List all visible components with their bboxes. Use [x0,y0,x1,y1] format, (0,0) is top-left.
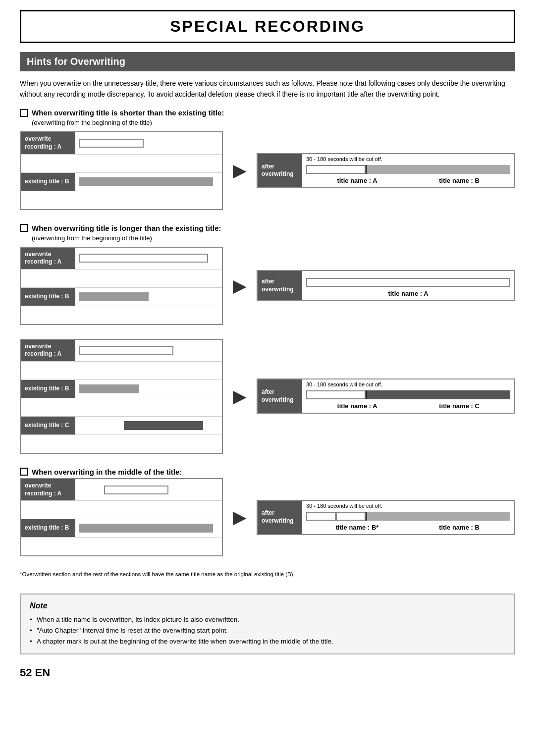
after-bars-2 [302,276,514,289]
content-overwrite-a-2 [75,248,222,269]
before-row-blank-6 [21,398,222,417]
subsection-shorter-subtitle: (overwriting from the beginning of the t… [32,119,515,126]
title-a-3: title name : A [306,402,408,410]
after-body-4: 30 - 180 seconds will be cut off. title … [302,501,514,534]
after-body-2: title name : A [302,271,514,300]
after-label-4: afteroverwriting [258,501,302,534]
after-spacer-2 [302,271,514,276]
before-row-overwrite-3: overwriterecording : A [21,340,222,362]
before-row-overwrite-4: overwriterecording : A [21,479,222,501]
before-row-existing-c: existing title : C [21,417,222,435]
bar-gray-4 [79,524,213,533]
content-overwrite-a-3 [75,340,222,361]
after-bar-gray-1 [367,165,510,174]
footnote: *Overwritten section and the rest of the… [20,570,515,579]
after-bar-full-2 [306,278,510,287]
before-row-blank-3 [21,270,222,288]
label-existing-b-3: existing title : B [21,380,75,398]
content-existing-b-1 [75,173,222,191]
blank-content-4 [75,306,222,324]
blank-content-6 [75,398,222,416]
label-overwrite-a-3: overwriterecording : A [21,340,75,361]
bar-gray-3 [79,384,139,393]
label-existing-b-1: existing title : B [21,173,75,191]
after-middle: afteroverwriting 30 - 180 seconds will b… [257,500,515,535]
bar-gray-2 [79,292,149,301]
before-row-overwrite: overwriterecording : A [21,132,222,154]
after-bar-dark-3 [367,390,510,399]
bar-dark-c [124,421,203,430]
title-b-4: title name : B [408,524,510,531]
blank-content-8 [75,501,222,519]
bar-white-4 [104,486,168,494]
before-row-blank-4 [21,306,222,324]
note-box: Note When a title name is overwritten, i… [20,594,515,654]
page-title: SPECIAL RECORDING [20,10,515,43]
label-existing-b-4: existing title : B [21,519,75,537]
before-row-blank-7 [21,435,222,453]
after-bar-b-left [306,512,336,521]
arrow-1: ▶ [233,160,247,181]
subsection-shorter-title: When overwriting title is shorter than t… [20,108,515,117]
content-existing-b-4 [75,519,222,537]
blank-content-2 [75,191,222,209]
after-bar-gray-4 [367,512,510,521]
before-row-existing-b-4: existing title : B [21,519,222,538]
after-bars-1 [302,163,514,176]
bar-gray-1 [79,177,213,186]
after-inner-3: afteroverwriting 30 - 180 seconds will b… [258,379,514,413]
blank-content-5 [75,362,222,379]
note-item-1: When a title name is overwritten, its in… [30,614,505,625]
title-a-2: title name : A [388,290,428,297]
after-title-row-1: title name : A title name : B [302,176,514,187]
checkbox-icon-4 [20,468,28,476]
label-overwrite-a-1: overwriterecording : A [21,132,75,154]
after-shorter: afteroverwriting 30 - 180 seconds will b… [257,153,515,188]
before-middle: overwriterecording : A existing title : … [20,478,223,556]
subsection-longer-subtitle: (overwriting from the beginning of the t… [32,234,515,242]
after-inner-4: afteroverwriting 30 - 180 seconds will b… [258,501,514,534]
page-wrapper: SPECIAL RECORDING Hints for Overwriting … [0,0,535,756]
title-c-3: title name : C [408,402,510,410]
content-overwrite-a-1 [75,132,222,154]
after-longer: afteroverwriting title name : A [257,270,515,301]
before-longer: overwriterecording : A existing title : … [20,247,223,325]
note-item-2: "Auto Chapter" interval time is reset at… [30,625,505,636]
note-title: Note [30,601,505,610]
arrow-2: ▶ [233,275,247,296]
page-footer: 52 EN [20,666,515,679]
content-existing-b-2 [75,288,222,306]
after-inner-2: afteroverwriting title name : A [258,271,514,300]
before-row-blank-9 [21,538,222,555]
subsection-middle-title: When overwriting in the middle of the ti… [20,468,515,476]
blank-content-9 [75,538,222,555]
label-overwrite-a-4: overwriterecording : A [21,479,75,500]
section-header: Hints for Overwriting [20,52,515,71]
subsection-longer-title: When overwriting title is longer than th… [20,224,515,232]
before-row-blank-2 [21,191,222,209]
before-row-existing-b-1: existing title : B [21,173,222,191]
label-existing-c: existing title : C [21,417,75,434]
before-row-blank-5 [21,362,222,380]
diagram-row-longer-c: overwriterecording : A existing title : … [20,339,515,454]
arrow-3: ▶ [233,386,247,407]
after-title-row-3: title name : A title name : C [302,401,514,413]
diagram-row-longer: overwriterecording : A existing title : … [20,247,515,325]
intro-text: When you overwrite on the unnecessary ti… [20,78,515,100]
before-longer-c: overwriterecording : A existing title : … [20,339,223,454]
after-label-1: afteroverwriting [258,154,302,187]
before-row-overwrite-2: overwriterecording : A [21,248,222,270]
after-bars-4 [302,510,514,523]
content-existing-b-3 [75,380,222,398]
note-item-3: A chapter mark is put at the beginning o… [30,636,505,647]
after-note-3: 30 - 180 seconds will be cut off. [302,379,514,388]
after-longer-c: afteroverwriting 30 - 180 seconds will b… [257,378,515,414]
after-note-1: 30 - 180 seconds will be cut off. [302,154,514,163]
before-row-blank-8 [21,501,222,519]
after-title-row-2: title name : A [302,289,514,300]
before-row-existing-b-2: existing title : B [21,288,222,306]
blank-content-3 [75,270,222,287]
bar-white-2 [79,254,208,263]
after-note-4: 30 - 180 seconds will be cut off. [302,501,514,510]
content-overwrite-a-4 [75,479,222,500]
